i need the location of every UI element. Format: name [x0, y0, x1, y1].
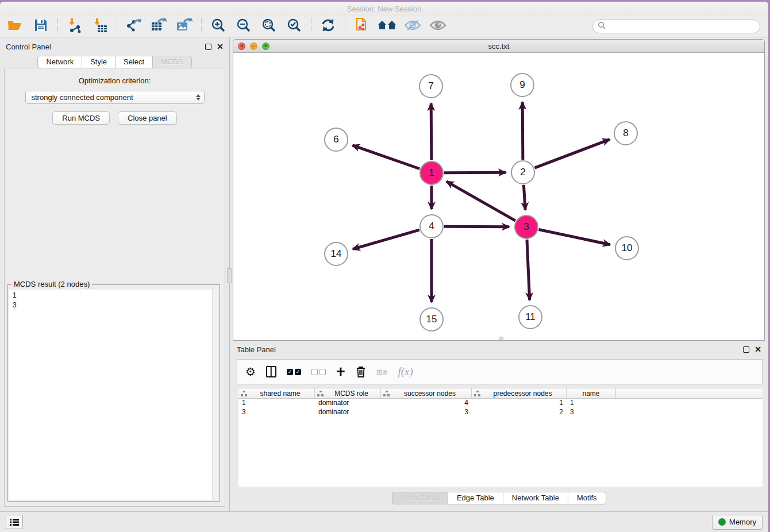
- network-window-titlebar[interactable]: scc.txt ✕ − +: [233, 40, 764, 53]
- edge-2-8[interactable]: [535, 140, 610, 168]
- cell-MCDS-role[interactable]: dominator: [315, 399, 381, 408]
- network-resize-handle[interactable]: [499, 337, 503, 341]
- table-float-icon[interactable]: [743, 346, 749, 353]
- window-maximize-icon[interactable]: +: [262, 43, 270, 50]
- edge-1-7[interactable]: [431, 103, 432, 160]
- edge-2-3[interactable]: [523, 185, 525, 210]
- zoom-in-button[interactable]: [207, 18, 229, 35]
- cell-shared-name[interactable]: 1: [238, 399, 315, 408]
- cell-name[interactable]: 3: [567, 408, 616, 417]
- cell-shared-name[interactable]: 3: [238, 408, 315, 417]
- open-session-icon: [7, 19, 24, 34]
- cell-name[interactable]: 1: [567, 399, 616, 408]
- zoom-out-button[interactable]: [233, 18, 255, 35]
- column-header-MCDS-role[interactable]: MCDS role: [315, 388, 381, 398]
- gear-icon[interactable]: ⚙: [245, 365, 256, 379]
- run-mcds-button[interactable]: Run MCDS: [52, 111, 110, 125]
- graph-node-11[interactable]: 11: [518, 305, 542, 329]
- save-session-icon: [34, 19, 47, 34]
- graph-node-9[interactable]: 9: [510, 73, 534, 97]
- result-scrollbar[interactable]: [212, 290, 218, 500]
- select-all-checkboxes-icon[interactable]: ✓✓: [287, 369, 301, 375]
- add-column-icon[interactable]: +: [336, 366, 345, 377]
- column-header-name[interactable]: name: [567, 388, 616, 398]
- window-close-icon[interactable]: ✕: [238, 43, 245, 50]
- import-table-button[interactable]: [89, 18, 111, 35]
- show-all-button[interactable]: [427, 18, 449, 35]
- cell-predecessor-nodes[interactable]: 2: [472, 408, 567, 417]
- table-row[interactable]: 1dominator411: [238, 399, 763, 408]
- first-neighbors-button[interactable]: [376, 18, 398, 35]
- table-close-icon[interactable]: ✕: [754, 346, 761, 353]
- edge-1-2[interactable]: [444, 172, 506, 173]
- graph-node-4[interactable]: 4: [419, 214, 444, 238]
- cell-successor-nodes[interactable]: 4: [381, 399, 472, 408]
- export-network-button[interactable]: [123, 18, 145, 35]
- import-network-button[interactable]: [64, 18, 86, 35]
- split-column-icon[interactable]: [266, 366, 276, 377]
- criterion-select[interactable]: strongly connected component: [25, 91, 205, 104]
- column-label: successor nodes: [391, 390, 469, 398]
- search-box[interactable]: [592, 20, 760, 33]
- zoom-fit-icon: [261, 18, 276, 35]
- tab-mcds[interactable]: MCDS: [152, 56, 191, 68]
- column-header-predecessor-nodes[interactable]: predecessor nodes: [472, 388, 567, 398]
- cell-MCDS-role[interactable]: dominator: [315, 408, 381, 417]
- edge-4-3[interactable]: [444, 226, 509, 227]
- search-input[interactable]: [608, 22, 755, 30]
- graph-node-2[interactable]: 2: [511, 160, 535, 184]
- show-all-icon: [429, 19, 446, 34]
- hide-selected-button[interactable]: [402, 18, 424, 35]
- graph-node-7[interactable]: 7: [419, 74, 443, 98]
- save-session-button[interactable]: [30, 18, 52, 35]
- edge-3-10[interactable]: [539, 230, 610, 245]
- close-panel-button[interactable]: Close panel: [118, 111, 177, 125]
- hierarchy-sort-icon: [241, 391, 247, 396]
- window-minimize-icon[interactable]: −: [250, 43, 257, 50]
- edge-3-11[interactable]: [527, 240, 530, 300]
- duplicate-network-button[interactable]: [351, 18, 373, 35]
- graph-node-6[interactable]: 6: [324, 128, 348, 152]
- open-session-button[interactable]: [5, 18, 26, 35]
- float-icon[interactable]: [205, 44, 211, 50]
- edge-1-6[interactable]: [352, 145, 419, 169]
- edge-2-9[interactable]: [522, 102, 523, 160]
- tab-edge-table[interactable]: Edge Table: [448, 492, 503, 504]
- tab-select[interactable]: Select: [115, 56, 152, 68]
- mcds-result-text[interactable]: 1 3: [9, 290, 218, 500]
- column-label: shared name: [248, 390, 312, 398]
- cell-predecessor-nodes[interactable]: 1: [472, 399, 567, 408]
- panel-splitter-handle[interactable]: [227, 268, 232, 283]
- table-row[interactable]: 3dominator323: [238, 408, 763, 417]
- graph-node-14[interactable]: 14: [324, 242, 348, 266]
- hierarchy-sort-icon: [474, 391, 480, 396]
- graph-node-8[interactable]: 8: [614, 121, 638, 145]
- network-canvas[interactable]: 7968124314101511: [233, 53, 764, 340]
- cell-successor-nodes[interactable]: 3: [381, 408, 472, 417]
- edge-4-14[interactable]: [353, 230, 419, 249]
- node-table: shared nameMCDS rolesuccessor nodesprede…: [238, 388, 763, 487]
- edge-3-1[interactable]: [446, 182, 515, 221]
- memory-button[interactable]: Memory: [712, 515, 763, 530]
- graph-node-10[interactable]: 10: [615, 236, 639, 260]
- export-table-button[interactable]: [148, 18, 170, 35]
- graph-node-15[interactable]: 15: [419, 307, 444, 331]
- export-image-button[interactable]: [174, 18, 195, 35]
- tab-motifs[interactable]: Motifs: [568, 492, 606, 504]
- zoom-fit-button[interactable]: [258, 18, 280, 35]
- tab-network-table[interactable]: Network Table: [503, 492, 568, 504]
- delete-column-icon[interactable]: [356, 365, 366, 378]
- zoom-selected-button[interactable]: [283, 18, 305, 35]
- column-header-shared-name[interactable]: shared name: [238, 388, 315, 398]
- graph-node-1[interactable]: 1: [419, 161, 444, 185]
- tab-network[interactable]: Network: [37, 56, 82, 68]
- tab-style[interactable]: Style: [82, 56, 115, 68]
- deselect-checkboxes-icon[interactable]: [311, 369, 326, 375]
- task-history-button[interactable]: [6, 515, 23, 529]
- close-icon[interactable]: ✕: [217, 44, 224, 50]
- refresh-button[interactable]: [317, 18, 339, 35]
- column-header-successor-nodes[interactable]: successor nodes: [381, 388, 472, 398]
- tab-node-table[interactable]: Node Table: [392, 492, 448, 504]
- graph-node-3[interactable]: 3: [514, 215, 538, 239]
- status-bar: Memory: [0, 511, 768, 532]
